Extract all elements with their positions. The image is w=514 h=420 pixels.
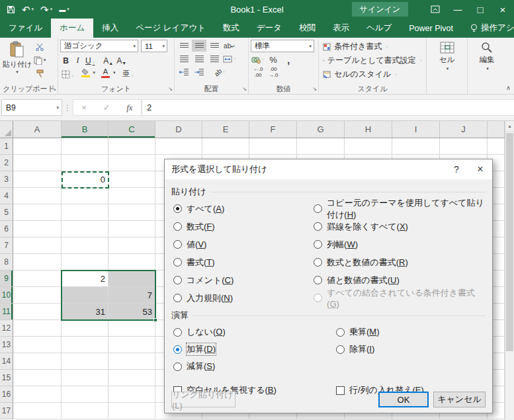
cell-A3[interactable] <box>13 171 62 188</box>
col-header-H[interactable]: H <box>345 121 392 138</box>
font-name-select[interactable]: 游ゴシック▾ <box>60 40 138 52</box>
cell-J1[interactable] <box>440 138 488 155</box>
operation-radio-D[interactable] <box>173 345 182 354</box>
clipboard-dialog-launcher-icon[interactable]: ↘ <box>52 87 56 92</box>
row-header-11[interactable]: 11 <box>0 304 13 320</box>
cell-A13[interactable] <box>13 337 62 353</box>
scroll-up-icon[interactable]: ▲ <box>505 121 514 132</box>
increase-decimal-icon[interactable]: ←.0.00 <box>251 67 265 79</box>
italic-button[interactable]: I <box>72 54 83 65</box>
paste-radio-R[interactable] <box>314 258 322 267</box>
operation-radio-O[interactable] <box>173 328 182 337</box>
cell-C10[interactable]: 7 <box>108 287 155 304</box>
bottom-align-icon[interactable] <box>207 40 222 52</box>
maximize-button[interactable]: □ <box>469 0 492 19</box>
cell-C13[interactable] <box>108 337 155 353</box>
cell-B6[interactable] <box>62 221 108 237</box>
tab-home[interactable]: ホーム <box>51 19 93 38</box>
col-header-I[interactable]: I <box>392 121 440 138</box>
cell-C9[interactable] <box>108 271 155 287</box>
row-header-13[interactable]: 13 <box>0 337 13 353</box>
paste-radio-U[interactable] <box>314 276 322 284</box>
cell-B5[interactable] <box>62 204 108 221</box>
bold-button[interactable]: B <box>60 54 71 65</box>
col-header-J[interactable]: J <box>440 121 488 138</box>
cell-C8[interactable] <box>108 254 155 271</box>
cell-A2[interactable] <box>13 155 62 171</box>
cell-B7[interactable] <box>62 237 108 254</box>
cell-A9[interactable] <box>13 271 62 287</box>
underline-button[interactable]: U▾ <box>84 54 96 65</box>
cell-A17[interactable] <box>13 403 62 419</box>
paste-radio-N[interactable] <box>173 294 182 302</box>
enter-entry-icon[interactable]: ✓ <box>103 103 110 112</box>
cell-partial1[interactable] <box>488 138 505 155</box>
paste-option-T[interactable]: 書式(T) <box>171 253 312 271</box>
customize-qat-icon[interactable]: ▬▾ <box>56 1 72 17</box>
cell-A10[interactable] <box>13 287 62 304</box>
operation-option-O[interactable]: しない(O) <box>171 323 334 341</box>
align-left-icon[interactable] <box>177 53 191 65</box>
paste-radio-X[interactable] <box>314 222 322 231</box>
col-header-G[interactable]: G <box>297 121 345 138</box>
cell-B9[interactable]: 2 <box>62 271 108 287</box>
cells-button[interactable]: セル ▾ <box>430 40 464 83</box>
align-center-icon[interactable] <box>192 53 206 65</box>
cell-A5[interactable] <box>13 204 62 221</box>
col-header-C[interactable]: C <box>108 121 155 138</box>
ok-button[interactable]: OK <box>378 392 429 407</box>
cell-A8[interactable] <box>13 254 62 271</box>
cell-B17[interactable] <box>62 403 108 419</box>
cell-B3[interactable]: 0 <box>62 171 108 188</box>
cell-B12[interactable] <box>62 320 108 337</box>
row-header-4[interactable]: 4 <box>0 188 13 204</box>
tab-file[interactable]: ファイル <box>0 19 51 38</box>
col-header-D[interactable]: D <box>155 121 202 138</box>
paste-option-F[interactable]: 数式(F) <box>171 218 312 235</box>
paste-radio-V[interactable] <box>173 240 182 249</box>
top-align-icon[interactable] <box>177 40 191 52</box>
cell-C17[interactable] <box>108 403 155 419</box>
row-header-6[interactable]: 6 <box>0 221 13 237</box>
paste-radio-C[interactable] <box>173 276 182 284</box>
wrap-text-icon[interactable]: ab↵ <box>222 40 237 52</box>
row-header-7[interactable]: 7 <box>0 237 13 254</box>
comma-style-icon[interactable]: , <box>281 54 296 65</box>
tab-tell-me[interactable]: 操作アシスト <box>462 19 514 38</box>
number-format-select[interactable]: 標準▾ <box>251 40 314 52</box>
number-dialog-launcher-icon[interactable]: ↘ <box>312 87 317 92</box>
operation-option-M[interactable]: 乗算(M) <box>334 323 380 341</box>
paste-option-R[interactable]: 数式と数値の書式(R) <box>312 253 486 271</box>
insert-function-icon[interactable]: fx <box>126 103 132 113</box>
cell-B15[interactable] <box>62 370 108 386</box>
paste-option-A[interactable]: すべて(A) <box>171 200 312 218</box>
align-right-icon[interactable] <box>207 53 222 65</box>
col-header-B[interactable]: B <box>62 121 108 138</box>
phonetic-guide-icon[interactable]: 亜▾ <box>122 67 136 79</box>
select-all-corner[interactable] <box>0 121 13 138</box>
vertical-scrollbar[interactable]: ▲ <box>505 121 514 420</box>
row-header-15[interactable]: 15 <box>0 370 13 386</box>
cell-A14[interactable] <box>13 353 62 370</box>
paste-option-N[interactable]: 入力規則(N) <box>171 289 312 307</box>
cell-A15[interactable] <box>13 370 62 386</box>
redo-button[interactable]: ↷▾ <box>38 1 55 17</box>
copy-icon[interactable]: ▾ <box>32 54 47 66</box>
cell-B10[interactable] <box>62 287 108 304</box>
cell-B11[interactable]: 31 <box>62 304 108 320</box>
paste-radio-H[interactable] <box>314 204 322 213</box>
cell-B14[interactable] <box>62 353 108 370</box>
row-header-1[interactable]: 1 <box>0 138 13 155</box>
col-header-F[interactable]: F <box>249 121 297 138</box>
percent-style-icon[interactable]: % <box>266 54 280 65</box>
merge-center-icon[interactable]: ▾ <box>222 53 237 65</box>
row-header-3[interactable]: 3 <box>0 171 13 188</box>
cell-A1[interactable] <box>13 138 62 155</box>
row-header-5[interactable]: 5 <box>0 204 13 221</box>
paste-button[interactable]: 貼り付け ▾ <box>2 40 32 83</box>
row-header-2[interactable]: 2 <box>0 155 13 171</box>
save-icon[interactable] <box>4 1 18 17</box>
cell-D1[interactable] <box>155 138 202 155</box>
cell-E1[interactable] <box>202 138 249 155</box>
cell-A11[interactable] <box>13 304 62 320</box>
